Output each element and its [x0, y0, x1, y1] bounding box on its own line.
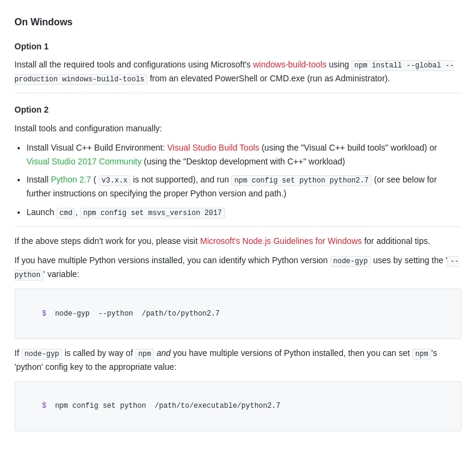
main-heading: On Windows	[14, 14, 462, 30]
node-gyp-code1: node-gyp	[330, 256, 371, 267]
cmd-text-before: Launch	[26, 207, 57, 217]
vs-build-tools-link[interactable]: Visual Studio Build Tools	[167, 143, 259, 152]
option2-intro: Install tools and configuration manually…	[14, 122, 462, 135]
code-block-2: $ npm config set python /path/to/executa…	[14, 381, 462, 432]
vcpp-text-before: Install Visual C++ Build Environment:	[26, 143, 167, 152]
node-gyp-code2: node-gyp	[22, 349, 63, 360]
option2-list: Install Visual C++ Build Environment: Vi…	[26, 141, 462, 219]
ms-link-paragraph: If the above steps didn't work for you, …	[14, 234, 462, 248]
option1-label: Option 1	[14, 40, 462, 53]
ng-text1: If	[14, 348, 22, 358]
ng-text2: is called by way of	[62, 348, 135, 358]
ng-italic1: and	[156, 348, 170, 358]
pv-text1: If you have multiple Python versions ins…	[14, 255, 330, 265]
msvs-code: npm config set msvs_version 2017	[80, 208, 224, 219]
list-item-python: Install Python 2.7 ( v3.x.x is not suppo…	[26, 173, 462, 201]
code-block-1-content: node-gyp --python /path/to/python2.7	[46, 310, 220, 318]
vcpp-text-after: (using the "Desktop development with C++…	[141, 157, 345, 166]
option1-text1: Install all the required tools and confi…	[14, 60, 253, 69]
dollar-sign-2: $	[42, 402, 46, 410]
v3xx-code: v3.x.x	[99, 175, 131, 186]
option2-divider	[14, 226, 462, 227]
option1-section: Option 1 Install all the required tools …	[14, 40, 462, 94]
code-block-2-content: npm config set python /path/to/executabl…	[46, 402, 280, 410]
page-container: On Windows Option 1 Install all the requ…	[14, 14, 462, 431]
code-block-1: $ node-gyp --python /path/to/python2.7	[14, 289, 462, 339]
ms-nodejs-link[interactable]: Microsoft's Node.js Guidelines for Windo…	[200, 236, 362, 246]
option1-text3: from an elevated PowerShell or CMD.exe (…	[147, 73, 390, 83]
python27-link[interactable]: Python 2.7	[51, 175, 91, 184]
windows-build-tools-link[interactable]: windows-build-tools	[253, 60, 326, 69]
option2-label: Option 2	[14, 103, 462, 116]
cmd-code: cmd	[57, 208, 76, 219]
npm-code2: npm	[135, 349, 155, 360]
pv-text2: uses by setting the '	[371, 255, 447, 265]
python-text-before: Install	[26, 175, 51, 184]
vs2017-community-link[interactable]: Visual Studio 2017 Community	[26, 157, 141, 166]
python-text-m2: is not supported), and run	[131, 175, 231, 184]
dollar-sign-1: $	[42, 310, 46, 318]
pv-text3: ' variable:	[43, 269, 79, 279]
ms-link-text1: If the above steps didn't work for you, …	[14, 236, 200, 246]
npm-config-python-code: npm config set python python2.7	[231, 175, 371, 186]
option1-text2: using	[327, 60, 351, 69]
python-text-m1: (	[91, 175, 98, 184]
vcpp-text-middle: (using the "Visual C++ build tools" work…	[259, 143, 437, 152]
option2-section: Option 2 Install tools and configuration…	[14, 103, 462, 226]
ng-text4: you have multiple versions of Python ins…	[171, 348, 413, 358]
ms-link-text2: for additional tips.	[362, 236, 430, 246]
npm-code3: npm	[412, 349, 431, 360]
list-item-cmd: Launch cmd, npm config set msvs_version …	[26, 205, 462, 219]
python-version-paragraph: If you have multiple Python versions ins…	[14, 254, 462, 281]
list-item-vcpp: Install Visual C++ Build Environment: Vi…	[26, 141, 462, 168]
option1-divider	[14, 93, 462, 93]
node-gyp-paragraph: If node-gyp is called by way of npm and …	[14, 346, 462, 374]
option1-paragraph: Install all the required tools and confi…	[14, 58, 462, 86]
